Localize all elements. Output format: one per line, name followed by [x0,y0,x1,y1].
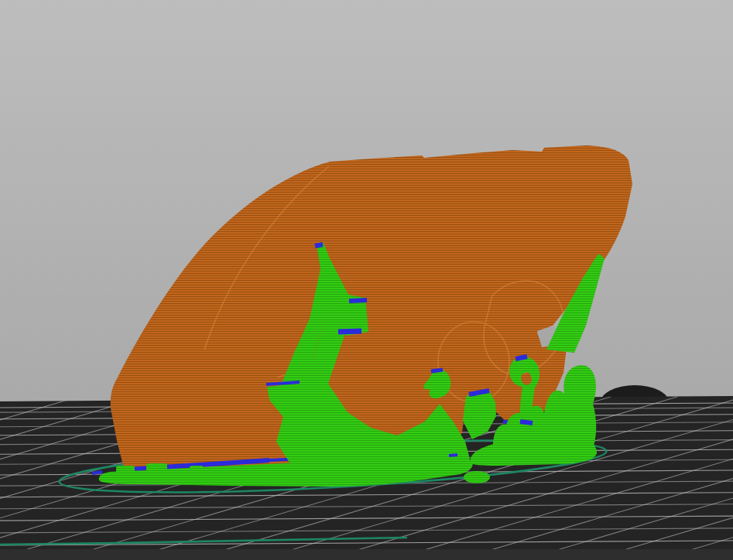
interface-branch-tip [315,244,323,246]
3d-viewport[interactable] [0,0,733,560]
interface-branch-pad-bottom [338,331,361,332]
interface-comma-tip [431,370,443,371]
support-nub[interactable] [213,467,224,476]
support-mini-pad[interactable] [464,471,490,483]
interface-branch-pad-top [349,300,367,301]
build-plate-front-edge [0,549,733,560]
support-nub[interactable] [116,466,135,477]
interface-dot-left [92,472,102,473]
interface-dot-mid [449,455,457,456]
support-nub[interactable] [146,463,167,476]
interface-ear-top [515,357,527,359]
interface-ear-bottom [520,422,533,423]
support-nub[interactable] [190,466,204,476]
scene-canvas[interactable] [0,0,733,560]
